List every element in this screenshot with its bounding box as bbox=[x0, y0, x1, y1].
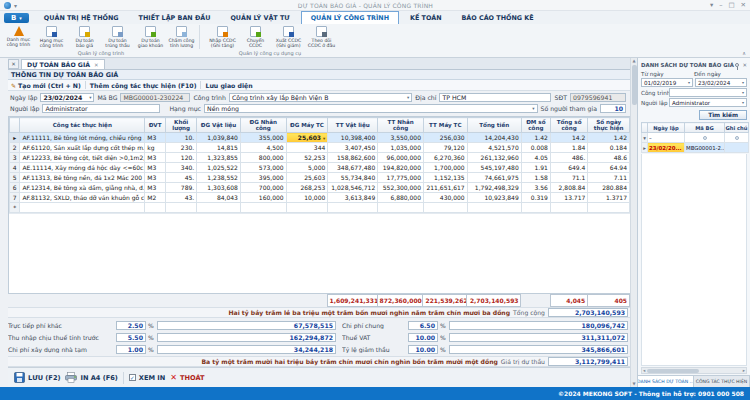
grid-cell[interactable]: 0.008 bbox=[521, 143, 550, 153]
quote-row[interactable]: ▸ 23/02/20... MBG00001-2... bbox=[642, 143, 749, 153]
column-header[interactable]: TT Vật liệu bbox=[328, 118, 378, 133]
scroll-right-icon[interactable]: ▸ bbox=[743, 368, 745, 374]
grid-cell[interactable]: 4 bbox=[10, 163, 20, 173]
grid-cell[interactable]: 74,661,975 bbox=[467, 173, 521, 183]
grid-cell[interactable]: 194,820,000 bbox=[378, 163, 424, 173]
grid-cell[interactable]: 55,734,840 bbox=[328, 173, 378, 183]
project-input[interactable]: Công trình xây lắp Bệnh Viện B▾ bbox=[229, 93, 412, 102]
fee-percent-input[interactable]: 5.50 bbox=[116, 333, 146, 342]
grid-cell[interactable]: 5 bbox=[10, 173, 20, 183]
ribbon-button[interactable]: Hạng mục công trình bbox=[35, 25, 68, 49]
table-row[interactable]: 2AF.61120, Sản xuất lắp dựng cốt thép m.… bbox=[10, 143, 630, 153]
grid-cell[interactable]: 3,407,450 bbox=[328, 143, 378, 153]
grid-cell[interactable]: 800,000 bbox=[240, 153, 286, 163]
creator-input[interactable]: Administrator bbox=[42, 104, 160, 113]
grid-cell[interactable] bbox=[240, 203, 286, 213]
grid-cell[interactable]: 348,677,480 bbox=[328, 163, 378, 173]
scrollbar-thumb[interactable] bbox=[632, 65, 637, 105]
menu-tab-quản-trị-hệ-thống[interactable]: QUẢN TRỊ HỆ THỐNG bbox=[35, 12, 128, 24]
column-header[interactable]: ĐM số công bbox=[521, 118, 550, 133]
menu-tab-báo-cáo-thống-kê[interactable]: BÁO CÁO THỐNG KÊ bbox=[453, 12, 543, 24]
scroll-down-icon[interactable]: ▼ bbox=[632, 382, 635, 386]
grid-cell[interactable] bbox=[521, 203, 550, 213]
grid-cell[interactable]: 1.91 bbox=[521, 163, 550, 173]
grid-cell[interactable]: 1.84 bbox=[550, 143, 587, 153]
print-button[interactable]: IN A4 (F6) bbox=[65, 372, 117, 383]
grid-cell[interactable] bbox=[467, 203, 521, 213]
grid-cell[interactable]: 6,270,360 bbox=[423, 153, 467, 163]
grid-cell[interactable]: 1.58 bbox=[521, 173, 550, 183]
phone-input[interactable]: 0979596941 bbox=[570, 93, 626, 102]
col-ghi-chu[interactable]: Ghi chú bbox=[725, 123, 749, 133]
grid-cell[interactable]: 430,000 bbox=[423, 193, 467, 203]
ribbon-button[interactable]: Dự toán giao khoán bbox=[134, 25, 167, 49]
grid-cell[interactable]: 71.1 bbox=[550, 173, 587, 183]
grid-cell[interactable] bbox=[20, 203, 145, 213]
grid-cell[interactable] bbox=[145, 203, 166, 213]
grid-cell[interactable]: 52,253 bbox=[286, 153, 328, 163]
grid-cell[interactable]: 13.717 bbox=[550, 193, 587, 203]
grid-cell[interactable]: 10,923,849 bbox=[467, 193, 521, 203]
column-header[interactable]: ĐG Máy TC bbox=[286, 118, 328, 133]
chevron-down-icon[interactable]: ▾ bbox=[323, 136, 325, 141]
panel-close-icon[interactable]: ✕ bbox=[742, 62, 747, 68]
creator-filter-input[interactable]: Administrator▾ bbox=[669, 98, 747, 107]
tab-cong-tac-thuc-hien[interactable]: CÔNG TÁC THỰC HIỆN bbox=[694, 376, 750, 387]
save-layout-link[interactable]: Lưu giao diện bbox=[205, 82, 252, 89]
quote-code-cell[interactable]: MBG00001-2... bbox=[685, 143, 725, 153]
grid-cell[interactable]: 7.11 bbox=[588, 173, 630, 183]
grid-cell[interactable]: 48.6 bbox=[588, 153, 630, 163]
grid-cell[interactable]: 25,603 bbox=[286, 173, 328, 183]
fee-percent-input[interactable]: 2.50 bbox=[116, 321, 146, 330]
table-row[interactable]: 3AF.12233, Bê tông cột, tiết diện >0,1m2… bbox=[10, 153, 630, 163]
ribbon-button[interactable]: Theo dõi CCDC ở đâu bbox=[305, 25, 338, 49]
grid-cell[interactable]: AF.11313, Bê tông nền, đá 1x2 Mác 200 bbox=[20, 173, 145, 183]
tabstrip-close-icon[interactable]: ✕ bbox=[8, 59, 19, 69]
grid-cell[interactable] bbox=[588, 203, 630, 213]
grid-cell[interactable]: 230. bbox=[166, 143, 197, 153]
grid-cell[interactable]: 64.94 bbox=[588, 163, 630, 173]
search-button[interactable]: Tìm kiếm bbox=[699, 110, 747, 120]
grid-cell[interactable]: 1,792,498,329 bbox=[467, 183, 521, 193]
date-input[interactable]: 23/02/2024▾ bbox=[40, 93, 94, 102]
column-header[interactable]: Tổng số công bbox=[550, 118, 587, 133]
grid-cell[interactable]: 1.3717 bbox=[588, 193, 630, 203]
code-input[interactable]: MBG00001-230224 bbox=[120, 93, 190, 102]
grid-cell[interactable]: 1,152,135 bbox=[423, 173, 467, 183]
grid-cell[interactable]: 545,197,480 bbox=[467, 163, 521, 173]
grid-cell[interactable]: 43. bbox=[166, 193, 197, 203]
grid-cell[interactable] bbox=[286, 203, 328, 213]
grid-cell[interactable]: 1,039,840 bbox=[197, 133, 241, 143]
grid-cell[interactable] bbox=[550, 203, 587, 213]
column-header[interactable]: Số ngày thực hiện bbox=[588, 118, 630, 133]
grid-cell[interactable] bbox=[197, 203, 241, 213]
grid-cell[interactable]: AF.61120, Sản xuất lắp dựng cốt thép m..… bbox=[20, 143, 145, 153]
column-header[interactable]: TT Nhân công bbox=[378, 118, 424, 133]
add-task-link[interactable]: Thêm công tác thực hiện (F10) bbox=[90, 82, 197, 89]
quote-date-cell[interactable]: 23/02/20... bbox=[648, 143, 685, 153]
col-ma-bg[interactable]: Mã BG bbox=[685, 123, 725, 133]
fee-percent-input[interactable]: 10.00 bbox=[408, 345, 438, 354]
grid-cell[interactable] bbox=[423, 203, 467, 213]
ribbon-button[interactable]: Dự toán trúng thầu bbox=[101, 25, 134, 49]
grid-cell[interactable]: M2 bbox=[145, 193, 166, 203]
column-header[interactable]: ĐG Vật liệu bbox=[197, 118, 241, 133]
grid-cell[interactable]: 3 bbox=[10, 153, 20, 163]
ribbon-button[interactable]: Chấm công tính lương bbox=[167, 25, 200, 49]
grid-cell[interactable]: 4,521,570 bbox=[467, 143, 521, 153]
grid-cell[interactable]: 6 bbox=[10, 183, 20, 193]
ribbon-button[interactable]: Nhập CCDC (Ghi tăng) bbox=[206, 25, 239, 49]
grid-cell[interactable]: 344 bbox=[286, 143, 328, 153]
grid-cell[interactable]: 340. bbox=[166, 163, 197, 173]
ribbon-button[interactable]: Chuyển CCDC bbox=[239, 25, 272, 49]
category-input[interactable]: Nền móng▾ bbox=[204, 104, 537, 113]
tab-du-toan-bao-gia[interactable]: DỰ TOÁN BÁO GIÁ ✕ bbox=[21, 59, 105, 69]
close-button[interactable]: ✕ bbox=[741, 1, 746, 9]
grid-cell[interactable]: 280.884 bbox=[588, 183, 630, 193]
exit-button[interactable]: ✕ THOÁT bbox=[170, 373, 204, 382]
grid-cell[interactable]: AF.81132, SXLD, tháo dỡ ván khuôn gỗ c..… bbox=[20, 193, 145, 203]
table-row[interactable]: 5AF.11313, Bê tông nền, đá 1x2 Mác 200M3… bbox=[10, 173, 630, 183]
table-row[interactable]: 7AF.81132, SXLD, tháo dỡ ván khuôn gỗ c.… bbox=[10, 193, 630, 203]
scroll-left-icon[interactable]: ◂ bbox=[643, 368, 645, 374]
grid-cell[interactable]: 0.319 bbox=[521, 193, 550, 203]
